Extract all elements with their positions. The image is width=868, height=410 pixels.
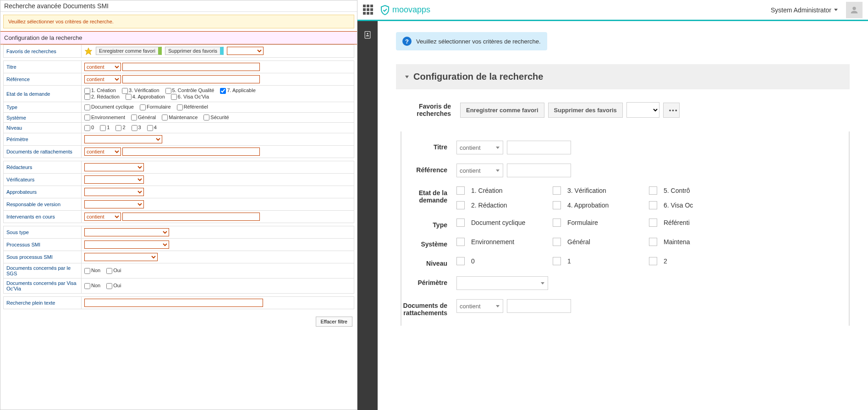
criteria-table-3: Sous type Processus SMI Sous processus S…: [3, 226, 354, 294]
cb-niv-2[interactable]: [649, 257, 657, 265]
op-reference[interactable]: contient: [84, 75, 121, 83]
label-titre: Titre: [401, 141, 456, 151]
input-reference[interactable]: [507, 164, 571, 177]
favorites-select[interactable]: [626, 102, 659, 118]
cb-etat-6[interactable]: [171, 94, 177, 100]
cb-niv-1[interactable]: [100, 125, 106, 131]
label-plein-texte: Recherche plein texte: [4, 297, 82, 309]
op-docs-ratt[interactable]: contient: [84, 148, 121, 156]
legacy-search-panel: Recherche avancée Documents SMI Veuillez…: [0, 0, 357, 410]
cb-etat-2[interactable]: [456, 201, 465, 209]
cb-type-2[interactable]: [140, 104, 146, 110]
cb-type-1[interactable]: [84, 104, 90, 110]
cb-etat-1[interactable]: [456, 186, 465, 195]
cb-etat-7[interactable]: [220, 88, 226, 94]
cb-type-2[interactable]: [553, 219, 561, 227]
select-sous-proc-smi[interactable]: [84, 253, 158, 261]
cb-niv-0[interactable]: [84, 125, 90, 131]
cb-sys-3[interactable]: [649, 238, 657, 246]
op-intervenants[interactable]: contient: [84, 213, 121, 221]
delete-favorite-button[interactable]: Supprimer des favoris: [548, 103, 623, 118]
cb-sys-2[interactable]: [553, 238, 561, 246]
favorites-row: Favoris de recherches Enregistrer comme …: [396, 100, 850, 131]
favorites-table: Favoris de recherches Enregistrer comme …: [3, 44, 354, 58]
cb-etat-3[interactable]: [122, 88, 128, 94]
op-titre[interactable]: contient: [456, 141, 503, 154]
cb-etat-4[interactable]: [126, 94, 132, 100]
more-actions-button[interactable]: •••: [663, 103, 680, 118]
svg-rect-2: [365, 32, 370, 38]
form-block: Titre contient Référence contient Etat d…: [401, 131, 850, 326]
op-docs-ratt[interactable]: contient: [456, 299, 503, 313]
label-reference: Référence: [401, 164, 456, 174]
cb-visa-oui[interactable]: [106, 283, 112, 289]
cb-sys-4[interactable]: [203, 115, 209, 120]
label-niveau: Niveau: [4, 123, 82, 133]
input-titre[interactable]: [507, 141, 571, 154]
label-sous-type: Sous type: [4, 226, 82, 239]
brand-logo[interactable]: moovapps: [379, 5, 430, 16]
cb-niv-1[interactable]: [553, 257, 561, 265]
save-favorite-button[interactable]: Enregistrer comme favori: [96, 47, 162, 55]
op-titre[interactable]: contient: [84, 63, 121, 71]
cb-etat-5[interactable]: [165, 88, 171, 94]
cb-sgs-non[interactable]: [84, 268, 90, 274]
caret-down-icon: [834, 9, 838, 11]
user-menu[interactable]: System Administrator: [767, 6, 841, 14]
avatar[interactable]: [846, 2, 863, 18]
select-perimetre[interactable]: [456, 276, 548, 290]
save-favorite-button[interactable]: Enregistrer comme favori: [460, 103, 544, 118]
cb-type-1[interactable]: [456, 219, 465, 227]
label-docs-ratt: Documents de rattachements: [401, 299, 456, 317]
cb-type-3[interactable]: [649, 219, 657, 227]
select-proc-smi[interactable]: [84, 241, 169, 249]
apps-grid-icon[interactable]: [363, 5, 374, 16]
cb-niv-3[interactable]: [132, 125, 137, 131]
cb-etat-5[interactable]: [649, 186, 657, 195]
cb-sys-2[interactable]: [131, 115, 137, 120]
clear-filter-button[interactable]: Effacer filtre: [316, 317, 353, 327]
section-title: Configuration de la recherche: [413, 71, 543, 82]
cb-etat-6[interactable]: [649, 201, 657, 209]
input-titre[interactable]: [122, 63, 260, 71]
left-sidebar: [357, 21, 378, 410]
cb-sgs-oui[interactable]: [106, 268, 112, 274]
select-sous-type[interactable]: [84, 228, 169, 236]
cb-etat-1[interactable]: [84, 88, 90, 94]
delete-favorite-button[interactable]: Supprimer des favoris: [165, 47, 224, 55]
cb-visa-non[interactable]: [84, 283, 90, 289]
label-docs-sgs: Documents concernés par le SGS: [4, 263, 82, 279]
input-reference[interactable]: [122, 75, 260, 83]
label-perimetre: Périmètre: [4, 133, 82, 146]
cb-niv-0[interactable]: [456, 257, 465, 265]
op-reference[interactable]: contient: [456, 164, 503, 177]
select-resp-version[interactable]: [84, 200, 144, 208]
label-intervenants: Intervenants en cours: [4, 211, 82, 223]
cb-sys-1[interactable]: [84, 115, 90, 120]
select-verificateurs[interactable]: [84, 175, 144, 184]
input-docs-ratt[interactable]: [122, 148, 260, 156]
cb-type-3[interactable]: [177, 104, 183, 110]
body: ? Veuillez sélectionner vos critères de …: [357, 21, 868, 410]
cb-sys-3[interactable]: [162, 115, 168, 120]
sidebar-item-documents[interactable]: [361, 28, 374, 41]
cb-etat-2[interactable]: [84, 94, 90, 100]
select-perimetre[interactable]: [84, 135, 162, 143]
section-header-bar[interactable]: Configuration de la recherche: [396, 64, 850, 89]
input-plein-texte[interactable]: [84, 299, 263, 307]
cb-etat-4[interactable]: [553, 201, 561, 209]
info-alert: ? Veuillez sélectionner vos critères de …: [396, 32, 547, 50]
cb-niv-4[interactable]: [147, 125, 153, 131]
label-etat: Etat de la demande: [401, 186, 456, 204]
input-docs-ratt[interactable]: [507, 299, 571, 313]
input-intervenants[interactable]: [122, 213, 260, 221]
criteria-table-4: Recherche plein texte: [3, 296, 354, 309]
cb-etat-3[interactable]: [553, 186, 561, 195]
favorites-select[interactable]: [227, 47, 264, 55]
brand-text: moovapps: [392, 5, 430, 15]
cb-niv-2[interactable]: [115, 125, 121, 131]
select-redacteurs[interactable]: [84, 163, 144, 171]
label-type: Type: [401, 219, 456, 229]
cb-sys-1[interactable]: [456, 238, 465, 246]
select-approbateurs[interactable]: [84, 188, 144, 196]
